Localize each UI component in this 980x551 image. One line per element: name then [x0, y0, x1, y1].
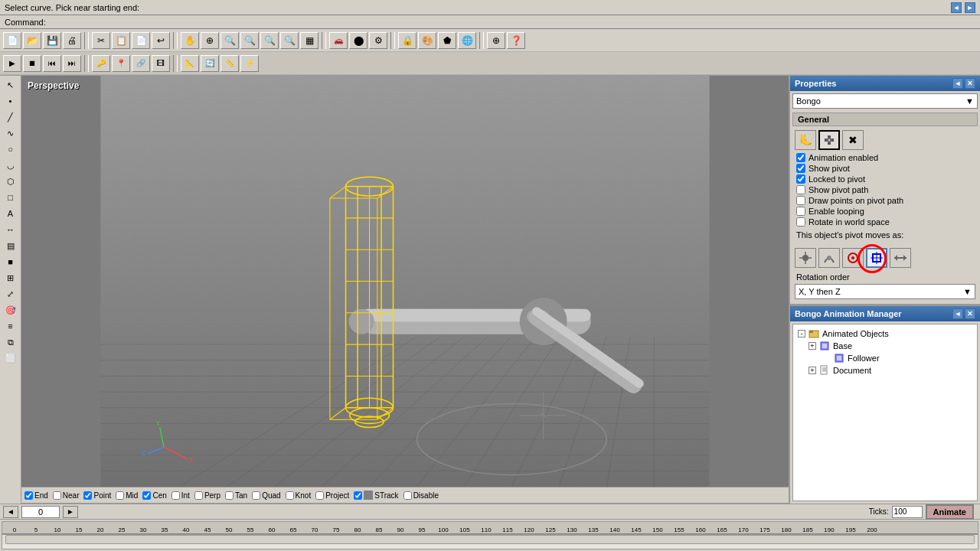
snap-knot-label[interactable]: Knot	[296, 491, 312, 500]
cb-show-pivot-path-input[interactable]	[796, 185, 805, 194]
cb-show-pivot-path-label[interactable]: Show pivot path	[808, 185, 868, 194]
snap-tan-checkbox[interactable]	[225, 491, 234, 500]
tl-prev[interactable]: ◄	[3, 506, 18, 518]
tree-expand-base[interactable]: +	[808, 342, 816, 350]
tb2-5[interactable]: 🔑	[92, 55, 110, 72]
snap-project-label[interactable]: Project	[325, 491, 349, 500]
cb-enable-looping[interactable]: Enable looping	[790, 206, 980, 217]
cb-draw-points-label[interactable]: Draw points on pivot path	[808, 196, 903, 205]
snap-knot[interactable]: Knot	[286, 491, 312, 500]
tb-undo[interactable]: ↩	[152, 32, 170, 49]
viewport[interactable]: Perspective	[21, 76, 789, 487]
tb-zoom4[interactable]: 🔍	[280, 32, 299, 49]
tl-next[interactable]: ►	[63, 506, 78, 518]
snap-int[interactable]: Int	[172, 491, 190, 500]
lt-curve[interactable]: ∿	[2, 126, 19, 141]
snap-int-checkbox[interactable]	[172, 491, 180, 500]
tb-lock[interactable]: 🔒	[398, 32, 416, 49]
lt-transform[interactable]: ⤢	[2, 286, 19, 302]
lt-arc[interactable]: ◡	[2, 158, 19, 173]
snap-near-checkbox[interactable]	[53, 491, 61, 500]
snap-end[interactable]: End	[24, 491, 48, 500]
snap-cen-checkbox[interactable]	[142, 491, 151, 500]
snap-quad-label[interactable]: Quad	[262, 491, 280, 500]
cb-animation-enabled[interactable]: Animation enabled	[790, 152, 980, 163]
timeline-track[interactable]	[2, 534, 978, 544]
tb-zoom2[interactable]: 🔍	[240, 32, 259, 49]
snap-mid[interactable]: Mid	[116, 491, 138, 500]
ticks-input[interactable]	[892, 506, 923, 518]
tree-follower[interactable]: Follower	[796, 352, 974, 364]
tb-gear[interactable]: ⚙	[369, 32, 387, 49]
lt-rect[interactable]: □	[2, 190, 19, 205]
cb-enable-looping-label[interactable]: Enable looping	[808, 207, 864, 216]
pivot-btn-5[interactable]	[890, 248, 911, 268]
tb-zoom1[interactable]: 🔍	[220, 32, 239, 49]
snap-near-label[interactable]: Near	[63, 491, 80, 500]
lt-point[interactable]: •	[2, 93, 19, 109]
snap-strack-label[interactable]: STrack	[374, 491, 398, 500]
tree-expand-animated-objects[interactable]: -	[798, 330, 805, 337]
snap-perp-label[interactable]: Perp	[204, 491, 220, 500]
snap-quad-checkbox[interactable]	[252, 491, 260, 500]
pivot-btn-3[interactable]	[842, 248, 864, 268]
tree-expand-document[interactable]: +	[808, 367, 816, 374]
snap-project[interactable]: Project	[315, 491, 349, 500]
snap-end-checkbox[interactable]	[24, 491, 33, 500]
snap-point-label[interactable]: Point	[93, 491, 111, 500]
tree-animated-objects[interactable]: - Animated Objects	[796, 328, 974, 340]
tb-copy[interactable]: 📋	[112, 32, 130, 49]
prop-icon-x[interactable]: ✖	[842, 130, 864, 150]
am-icon-arrow[interactable]: ◄	[952, 308, 963, 319]
snap-disable[interactable]: Disable	[403, 491, 439, 500]
snap-near[interactable]: Near	[53, 491, 80, 500]
lt-hatch[interactable]: ▤	[2, 238, 19, 253]
tb-save[interactable]: 💾	[43, 32, 61, 49]
lt-circle[interactable]: ○	[2, 142, 19, 157]
tb-open[interactable]: 📂	[23, 32, 41, 49]
tb2-12[interactable]: ⚡	[240, 55, 259, 72]
timeline-bar[interactable]	[5, 535, 975, 544]
tb-grid[interactable]: ▦	[300, 32, 318, 49]
cb-locked-to-pivot-input[interactable]	[796, 174, 805, 184]
cb-animation-enabled-input[interactable]	[796, 153, 805, 162]
tb-globe[interactable]: 🌐	[458, 32, 476, 49]
snap-cen[interactable]: Cen	[142, 491, 166, 500]
properties-dropdown[interactable]: Bongo ▼	[792, 93, 978, 109]
cb-rotate-world-space[interactable]: Rotate in world space	[790, 217, 980, 227]
prop-icon-gear[interactable]	[818, 130, 840, 150]
tb-add[interactable]: ⊕	[487, 32, 505, 49]
tb-shape[interactable]: ⬟	[438, 32, 456, 49]
tb-pan[interactable]: ✋	[181, 32, 199, 49]
cb-rotate-world-space-input[interactable]	[796, 217, 805, 227]
properties-icon-x[interactable]: ✕	[965, 78, 975, 89]
tb-zoom3[interactable]: 🔍	[260, 32, 279, 49]
snap-int-label[interactable]: Int	[181, 491, 190, 500]
tb2-7[interactable]: 🔗	[132, 55, 150, 72]
timeline-ruler[interactable]: 0 5 10 15 20 25 30 35 40 45 50 55 60 65 …	[2, 521, 978, 549]
tb-sphere[interactable]: ⬤	[349, 32, 368, 49]
tb2-1[interactable]: ▶	[3, 55, 21, 72]
lt-layer[interactable]: ≡	[2, 318, 19, 334]
snap-perp[interactable]: Perp	[194, 491, 220, 500]
tb2-2[interactable]: ⏹	[23, 55, 41, 72]
snap-point[interactable]: Point	[83, 491, 111, 500]
tree-document[interactable]: + Document	[796, 364, 974, 377]
snap-cen-label[interactable]: Cen	[152, 491, 166, 500]
snap-disable-label[interactable]: Disable	[413, 491, 439, 500]
rotation-dropdown[interactable]: X, Y then Z ▼	[795, 284, 975, 299]
cb-show-pivot-label[interactable]: Show pivot	[808, 164, 850, 173]
tb2-4[interactable]: ⏭	[63, 55, 81, 72]
tb2-8[interactable]: 🎞	[152, 55, 170, 72]
tb2-10[interactable]: 🔄	[201, 55, 219, 72]
snap-knot-checkbox[interactable]	[286, 491, 294, 500]
tb2-6[interactable]: 📍	[112, 55, 130, 72]
lt-select[interactable]: ↖	[2, 77, 19, 93]
lt-group[interactable]: ⧉	[2, 334, 19, 350]
lt-mesh[interactable]: ⊞	[2, 270, 19, 285]
lt-snap[interactable]: 🎯	[2, 302, 19, 318]
status-arrow-left[interactable]: ◄	[951, 2, 962, 13]
tb-print[interactable]: 🖨	[63, 32, 81, 49]
am-icon-x[interactable]: ✕	[965, 308, 975, 319]
status-arrow-right[interactable]: ►	[965, 2, 975, 13]
